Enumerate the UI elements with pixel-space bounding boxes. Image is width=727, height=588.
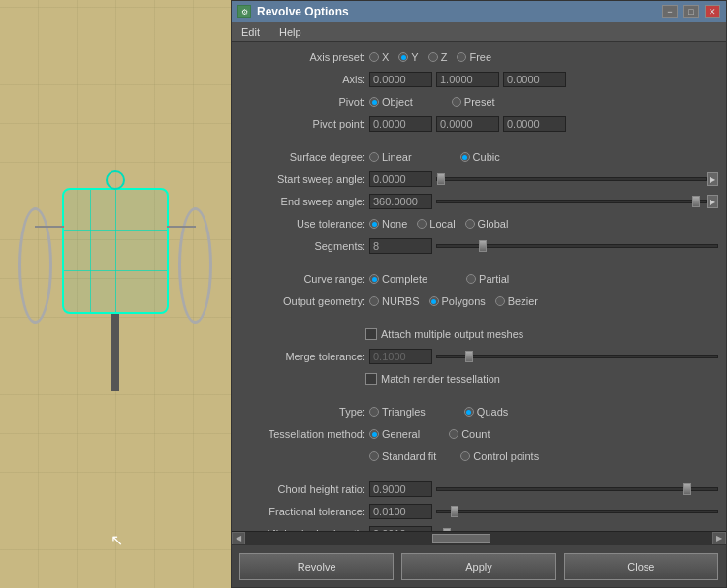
revolve-button[interactable]: Revolve: [239, 553, 394, 580]
axis-y-option[interactable]: Y: [398, 51, 418, 63]
pivot-preset-radio[interactable]: [452, 97, 461, 107]
tolerance-local-radio[interactable]: [417, 219, 427, 229]
close-button[interactable]: Close: [564, 553, 718, 580]
menu-help[interactable]: Help: [275, 24, 305, 40]
segments-track[interactable]: [436, 244, 718, 248]
axis-y-input[interactable]: [436, 72, 499, 87]
tolerance-local-option[interactable]: Local: [417, 218, 455, 230]
output-polygons-radio[interactable]: [429, 296, 439, 306]
output-nurbs-option[interactable]: NURBS: [369, 295, 420, 307]
axis-free-option[interactable]: Free: [457, 51, 491, 63]
fractional-tolerance-input[interactable]: [369, 504, 432, 519]
axis-x-input[interactable]: [369, 72, 432, 87]
curve-complete-radio[interactable]: [369, 274, 379, 284]
match-render-checkbox-item[interactable]: Match render tessellation: [365, 373, 500, 385]
minimize-button[interactable]: −: [662, 5, 678, 18]
type-triangles-radio[interactable]: [369, 407, 379, 417]
start-sweep-input[interactable]: [369, 171, 432, 187]
start-sweep-track[interactable]: [436, 177, 707, 181]
axis-z-radio[interactable]: [428, 52, 438, 62]
merge-tolerance-thumb[interactable]: [465, 351, 473, 362]
merge-tolerance-slider-container: [436, 355, 718, 358]
surface-cubic-radio[interactable]: [460, 152, 470, 162]
attach-checkbox[interactable]: [365, 328, 377, 340]
type-triangles-label: Triangles: [382, 406, 426, 418]
minimal-edge-row: Minimal edge length:: [239, 524, 718, 531]
end-sweep-thumb[interactable]: [692, 196, 700, 207]
scroll-track[interactable]: [245, 532, 712, 544]
end-sweep-slider-container: ▶: [436, 195, 718, 208]
type-group: Triangles Quads: [369, 406, 508, 418]
minimal-edge-thumb[interactable]: [443, 528, 451, 531]
type-triangles-option[interactable]: Triangles: [369, 406, 426, 418]
pivot-x-input[interactable]: [369, 116, 432, 132]
axis-free-radio[interactable]: [457, 52, 466, 62]
start-sweep-arrow[interactable]: ▶: [707, 172, 718, 186]
scroll-left-arrow[interactable]: ◀: [232, 532, 245, 545]
pivot-object-option[interactable]: Object: [369, 96, 413, 108]
tolerance-global-radio[interactable]: [465, 219, 475, 229]
end-sweep-input[interactable]: [369, 194, 432, 209]
menu-edit[interactable]: Edit: [237, 24, 264, 40]
chord-height-input[interactable]: [369, 481, 432, 497]
tessellation-general-radio[interactable]: [369, 429, 379, 439]
close-title-button[interactable]: ✕: [705, 5, 720, 18]
tessellation-standard-option[interactable]: Standard fit: [369, 450, 436, 462]
chord-height-track[interactable]: [436, 487, 718, 491]
fractional-tolerance-thumb[interactable]: [451, 506, 458, 517]
attach-checkbox-item[interactable]: Attach multiple output meshes: [365, 328, 523, 340]
axis-values-row: Axis:: [239, 70, 718, 89]
end-sweep-track[interactable]: [436, 200, 707, 203]
content-area[interactable]: Axis preset: X Y Z Free: [232, 42, 726, 531]
pivot-y-input[interactable]: [436, 116, 499, 132]
type-quads-radio[interactable]: [464, 407, 474, 417]
axis-x-radio[interactable]: [369, 52, 379, 62]
axis-y-radio[interactable]: [398, 52, 408, 62]
use-tolerance-label: Use tolerance:: [239, 218, 365, 230]
output-bezier-option[interactable]: Bezier: [495, 295, 538, 307]
axis-z-option[interactable]: Z: [428, 51, 448, 63]
axis-z-input[interactable]: [503, 72, 566, 87]
maximize-button[interactable]: □: [683, 5, 699, 18]
tessellation-control-radio[interactable]: [460, 451, 470, 461]
tessellation-standard-radio[interactable]: [369, 451, 379, 461]
chord-height-thumb[interactable]: [683, 483, 691, 495]
type-quads-option[interactable]: Quads: [464, 406, 508, 418]
mesh-line-v1: [90, 190, 91, 312]
merge-tolerance-row: Merge tolerance:: [239, 347, 718, 366]
surface-cubic-option[interactable]: Cubic: [460, 151, 500, 163]
merge-tolerance-input[interactable]: [369, 349, 432, 364]
pivot-z-input[interactable]: [503, 116, 566, 132]
output-nurbs-radio[interactable]: [369, 296, 379, 306]
curve-complete-option[interactable]: Complete: [369, 273, 427, 285]
surface-linear-option[interactable]: Linear: [369, 151, 412, 163]
start-sweep-thumb[interactable]: [437, 173, 445, 185]
tessellation-count-option[interactable]: Count: [449, 428, 490, 440]
tolerance-none-radio[interactable]: [369, 219, 379, 229]
scroll-thumb-horizontal[interactable]: [432, 534, 490, 543]
horizontal-scrollbar[interactable]: ◀ ▶: [232, 531, 726, 544]
segments-input[interactable]: [369, 238, 432, 254]
curve-partial-radio[interactable]: [466, 274, 476, 284]
tessellation-control-option[interactable]: Control points: [460, 450, 539, 462]
merge-tolerance-track[interactable]: [436, 355, 718, 358]
curve-partial-option[interactable]: Partial: [466, 273, 509, 285]
tessellation-count-radio[interactable]: [449, 429, 458, 439]
pivot-preset-option[interactable]: Preset: [452, 96, 495, 108]
axis-x-option[interactable]: X: [369, 51, 389, 63]
tessellation-general-option[interactable]: General: [369, 428, 420, 440]
apply-button[interactable]: Apply: [401, 553, 555, 580]
output-polygons-option[interactable]: Polygons: [429, 295, 486, 307]
match-render-checkbox[interactable]: [365, 373, 377, 385]
curve-partial-label: Partial: [479, 273, 509, 285]
end-sweep-arrow[interactable]: ▶: [707, 195, 718, 208]
axis-free-label: Free: [469, 51, 491, 63]
surface-linear-radio[interactable]: [369, 152, 379, 162]
output-bezier-radio[interactable]: [495, 296, 505, 306]
scroll-right-arrow[interactable]: ▶: [712, 532, 726, 545]
segments-thumb[interactable]: [479, 240, 487, 252]
fractional-tolerance-track[interactable]: [436, 510, 718, 513]
pivot-object-radio[interactable]: [369, 97, 379, 107]
tolerance-none-option[interactable]: None: [369, 218, 407, 230]
tolerance-global-option[interactable]: Global: [465, 218, 509, 230]
